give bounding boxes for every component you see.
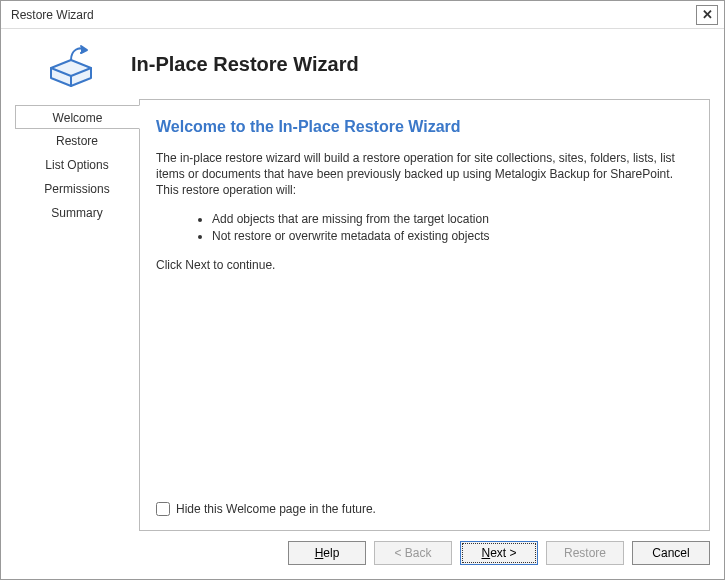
wizard-title: In-Place Restore Wizard <box>131 53 359 76</box>
continue-text: Click Next to continue. <box>156 257 693 273</box>
restore-wizard-window: Restore Wizard ✕ In-Place Restore Wizard… <box>0 0 725 580</box>
sidebar-item-label: Summary <box>51 206 102 220</box>
wizard-body: Welcome Restore List Options Permissions… <box>1 99 724 531</box>
help-button[interactable]: Help <box>288 541 366 565</box>
sidebar-item-permissions[interactable]: Permissions <box>15 177 139 201</box>
wizard-sidebar: Welcome Restore List Options Permissions… <box>15 99 139 531</box>
hide-welcome-row[interactable]: Hide this Welcome page in the future. <box>156 502 693 516</box>
sidebar-item-label: List Options <box>45 158 108 172</box>
intro-text: The in-place restore wizard will build a… <box>156 150 693 199</box>
hide-welcome-checkbox[interactable] <box>156 502 170 516</box>
sidebar-item-label: Permissions <box>44 182 109 196</box>
wizard-footer: Help < Back Next > Restore Cancel <box>1 531 724 579</box>
cancel-button[interactable]: Cancel <box>632 541 710 565</box>
sidebar-item-summary[interactable]: Summary <box>15 201 139 225</box>
back-button: < Back <box>374 541 452 565</box>
spacer <box>156 282 693 502</box>
close-icon: ✕ <box>702 7 713 22</box>
wizard-main-panel: Welcome to the In-Place Restore Wizard T… <box>139 99 710 531</box>
hide-welcome-label: Hide this Welcome page in the future. <box>176 502 376 516</box>
wizard-header: In-Place Restore Wizard <box>1 29 724 99</box>
sidebar-item-welcome[interactable]: Welcome <box>15 105 140 129</box>
sidebar-item-restore[interactable]: Restore <box>15 129 139 153</box>
next-button[interactable]: Next > <box>460 541 538 565</box>
close-button[interactable]: ✕ <box>696 5 718 25</box>
restore-box-icon <box>41 39 101 89</box>
restore-button: Restore <box>546 541 624 565</box>
sidebar-item-list-options[interactable]: List Options <box>15 153 139 177</box>
sidebar-item-label: Welcome <box>53 111 103 125</box>
list-item: Add objects that are missing from the ta… <box>212 211 693 228</box>
sidebar-item-label: Restore <box>56 134 98 148</box>
window-title: Restore Wizard <box>11 8 696 22</box>
bullet-list: Add objects that are missing from the ta… <box>212 211 693 246</box>
list-item: Not restore or overwrite metadata of exi… <box>212 228 693 245</box>
titlebar: Restore Wizard ✕ <box>1 1 724 29</box>
page-heading: Welcome to the In-Place Restore Wizard <box>156 118 693 136</box>
